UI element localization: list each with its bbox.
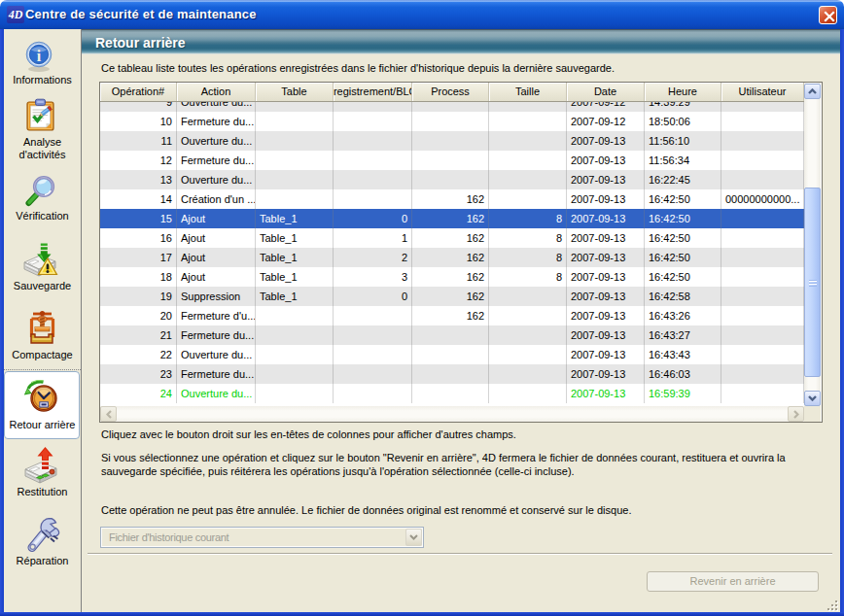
svg-text:i: i — [37, 48, 42, 64]
